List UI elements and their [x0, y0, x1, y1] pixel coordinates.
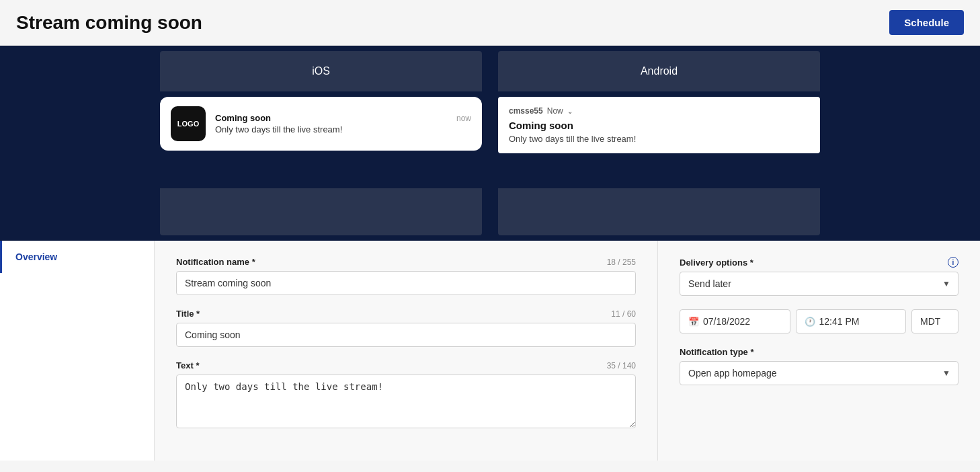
android-preview-bottom [498, 188, 820, 235]
delivery-options-select-wrapper: Send now Send later Schedule ▼ [680, 272, 958, 296]
notification-type-label: Notification type * [680, 347, 754, 357]
ios-platform-header: iOS [160, 51, 482, 91]
header: Stream coming soon Schedule [0, 0, 980, 46]
delivery-options-select[interactable]: Send now Send later Schedule [680, 272, 958, 296]
notification-name-field: Notification name * 18 / 255 [176, 257, 636, 295]
notification-name-label: Notification name * [176, 257, 255, 267]
preview-divider [487, 46, 493, 241]
page-title: Stream coming soon [16, 12, 202, 34]
time-value: 12:41 PM [819, 316, 860, 327]
schedule-button[interactable]: Schedule [889, 10, 964, 35]
title-counter: 11 / 60 [611, 309, 636, 319]
timezone-value: MDT [920, 316, 940, 327]
form-area: Notification name * 18 / 255 Title * 11 … [155, 241, 657, 461]
sidebar-item-label: Overview [15, 251, 57, 262]
timezone-field[interactable]: MDT [911, 309, 958, 333]
delivery-options-field: Delivery options * i Send now Send later… [680, 257, 958, 296]
ios-preview-column: iOS LOGO Coming soon now Only two days t… [155, 46, 487, 241]
title-label-row: Title * 11 / 60 [176, 309, 636, 319]
android-chevron-icon: ⌄ [567, 108, 573, 115]
sidebar: Overview [0, 241, 155, 461]
title-input[interactable] [176, 323, 636, 347]
android-label: Android [641, 65, 678, 77]
text-counter: 35 / 140 [607, 361, 636, 370]
android-preview-column: Android cmsse55 Now ⌄ Coming soon Only t… [493, 46, 825, 241]
preview-left-spacer [0, 46, 155, 241]
ios-preview-bottom [160, 188, 482, 235]
datetime-row: 📅 07/18/2022 🕐 12:41 PM MDT [680, 309, 958, 333]
notification-name-label-row: Notification name * 18 / 255 [176, 257, 636, 267]
ios-notification-text: Only two days till the live stream! [215, 124, 471, 134]
logo-text: LOGO [177, 120, 199, 128]
android-notification-title: Coming soon [509, 120, 809, 131]
text-label: Text * [176, 360, 199, 370]
ios-notification-card: LOGO Coming soon now Only two days till … [160, 97, 482, 151]
android-app-row: cmsse55 Now ⌄ [509, 106, 809, 116]
time-field[interactable]: 🕐 12:41 PM [796, 309, 907, 333]
android-notification-card: cmsse55 Now ⌄ Coming soon Only two days … [498, 97, 820, 153]
calendar-icon: 📅 [688, 317, 699, 327]
ios-title-row: Coming soon now [215, 113, 471, 123]
notification-name-counter: 18 / 255 [607, 258, 636, 267]
preview-area: iOS LOGO Coming soon now Only two days t… [0, 46, 980, 241]
delivery-options-label: Delivery options * [680, 258, 753, 268]
preview-right-spacer [825, 46, 980, 241]
notification-type-label-row: Notification type * [680, 347, 958, 357]
title-field: Title * 11 / 60 [176, 309, 636, 347]
ios-notification-wrapper: LOGO Coming soon now Only two days till … [155, 91, 487, 188]
delivery-options-label-row: Delivery options * i [680, 257, 958, 268]
date-field[interactable]: 📅 07/18/2022 [680, 309, 790, 333]
text-textarea[interactable]: Only two days till the live stream! [176, 375, 636, 428]
android-notification-text: Only two days till the live stream! [509, 134, 809, 144]
main-content: Overview Notification name * 18 / 255 Ti… [0, 241, 980, 461]
ios-label: iOS [312, 65, 330, 77]
notification-type-select[interactable]: Open app homepage Deep link Custom URL [680, 361, 958, 385]
android-app-name: cmsse55 [509, 106, 543, 116]
info-icon[interactable]: i [948, 257, 958, 268]
notification-name-input[interactable] [176, 271, 636, 295]
clock-icon: 🕐 [805, 317, 815, 327]
notification-type-field: Notification type * Open app homepage De… [680, 347, 958, 385]
sidebar-item-overview[interactable]: Overview [0, 241, 154, 273]
notification-type-select-wrapper: Open app homepage Deep link Custom URL ▼ [680, 361, 958, 385]
text-field: Text * 35 / 140 Only two days till the l… [176, 360, 636, 431]
ios-app-logo: LOGO [171, 106, 206, 141]
title-label: Title * [176, 309, 200, 319]
text-label-row: Text * 35 / 140 [176, 360, 636, 370]
android-platform-header: Android [498, 51, 820, 91]
ios-notification-title: Coming soon [215, 113, 271, 123]
android-notification-time: Now [547, 106, 563, 116]
ios-notification-content: Coming soon now Only two days till the l… [215, 113, 471, 134]
date-value: 07/18/2022 [703, 316, 750, 327]
right-panel: Delivery options * i Send now Send later… [657, 241, 980, 461]
android-notification-wrapper: cmsse55 Now ⌄ Coming soon Only two days … [493, 91, 825, 188]
ios-notification-time: now [456, 114, 471, 123]
